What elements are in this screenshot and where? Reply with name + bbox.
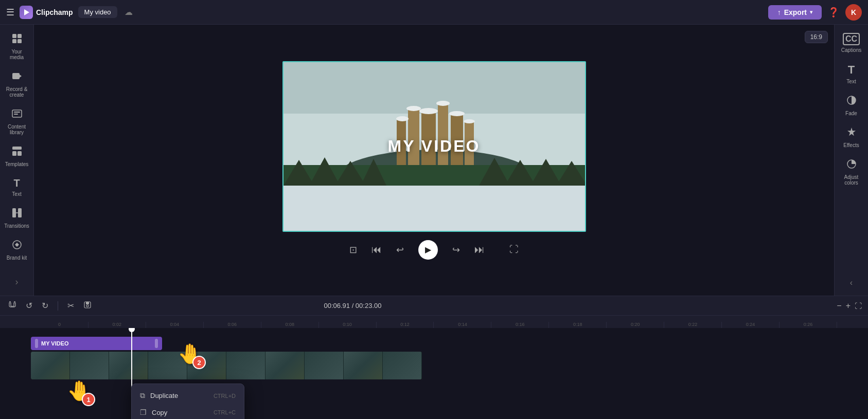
screenshot-icon[interactable]: ⊡: [349, 244, 357, 256]
back5-icon[interactable]: ↩: [396, 244, 404, 256]
transitions-label: Transitions: [4, 223, 29, 229]
zoom-in-icon[interactable]: +: [846, 301, 851, 311]
right-sidebar-item-adjust-colors[interactable]: Adjust colors: [837, 154, 866, 190]
forward5-icon[interactable]: ↪: [452, 244, 460, 256]
video-thumb-6: [226, 352, 265, 379]
timeline-time-display: 00:06.91 / 00:23.00: [324, 302, 381, 309]
ruler-002: 0:02: [88, 322, 146, 328]
redo-icon[interactable]: ↻: [40, 300, 50, 312]
svg-marker-1: [24, 9, 29, 15]
ruler-026: 0:26: [780, 322, 837, 328]
record-create-icon: [11, 70, 23, 84]
ctx-copy-label: Copy: [152, 409, 167, 416]
title-track-clip[interactable]: MY VIDEO: [31, 337, 162, 350]
sidebar-item-your-media[interactable]: Your media: [2, 29, 32, 64]
left-sidebar: Your media Record & create Content libra…: [0, 25, 34, 296]
sidebar-item-transitions[interactable]: Transitions: [2, 203, 32, 233]
ruler-004: 0:04: [146, 322, 204, 328]
svg-rect-3: [17, 34, 22, 38]
transitions-icon: [11, 207, 23, 221]
brand-kit-label: Brand kit: [7, 255, 27, 261]
hamburger-icon[interactable]: ☰: [6, 7, 14, 18]
sidebar-item-text[interactable]: T Text: [2, 173, 32, 201]
skip-fwd-icon[interactable]: ⏭: [474, 244, 485, 256]
sidebar-item-brand-kit[interactable]: Brand kit: [2, 235, 32, 265]
fade-icon: [846, 95, 857, 108]
logo-text: Clipchamp: [36, 8, 73, 16]
topbar: ☰ Clipchamp My video ☁ ↑ Export ▾ ❓ K: [0, 0, 868, 25]
ctx-copy[interactable]: ❐ Copy CTRL+C: [132, 404, 244, 419]
clip-handle-right[interactable]: [155, 339, 158, 348]
svg-rect-34: [284, 186, 585, 231]
avatar[interactable]: K: [845, 4, 862, 21]
templates-label: Templates: [5, 161, 29, 167]
ctx-duplicate[interactable]: ⧉ Duplicate CTRL+D: [132, 387, 244, 404]
captions-label: Captions: [841, 47, 861, 53]
svg-point-41: [86, 305, 88, 307]
export-arrow-icon: ▾: [810, 9, 812, 15]
your-media-icon: [11, 33, 23, 47]
ctx-copy-left: ❐ Copy: [140, 408, 167, 416]
your-media-label: Your media: [4, 49, 30, 60]
video-track-strip[interactable]: [31, 352, 422, 379]
svg-rect-14: [12, 208, 16, 217]
ruler-024: 0:24: [722, 322, 780, 328]
ruler-0: 0: [31, 322, 88, 328]
svg-rect-2: [12, 34, 16, 38]
timeline-body: 0 0:02 0:04 0:06 0:08 0:10 0:12 0:14 0:1…: [0, 316, 868, 419]
cut-icon[interactable]: ✂: [65, 300, 76, 312]
skip-back-icon[interactable]: ⏮: [371, 244, 382, 256]
right-sidebar-item-captions[interactable]: CC Captions: [837, 29, 866, 57]
magnet-tool-icon[interactable]: [6, 300, 19, 312]
sidebar-item-record-create[interactable]: Record & create: [2, 66, 32, 102]
effects-icon: [846, 126, 857, 140]
fade-label: Fade: [845, 111, 857, 116]
video-thumb-2: [70, 352, 109, 379]
ruler-014: 0:14: [434, 322, 491, 328]
video-title-chip[interactable]: My video: [78, 6, 117, 18]
record-create-label: Record & create: [4, 86, 30, 98]
svg-point-32: [464, 119, 475, 123]
svg-rect-4: [12, 39, 16, 43]
help-button[interactable]: ❓: [828, 7, 839, 18]
zoom-out-icon[interactable]: −: [837, 301, 841, 311]
ruler-018: 0:18: [549, 322, 607, 328]
save-frame-icon[interactable]: [81, 300, 94, 312]
export-button[interactable]: ↑ Export ▾: [768, 5, 822, 20]
sidebar-expand-arrow[interactable]: ›: [15, 277, 19, 287]
templates-icon: [11, 145, 23, 159]
ctx-duplicate-label: Duplicate: [150, 392, 178, 399]
right-sidebar-item-effects[interactable]: Effects: [837, 122, 866, 152]
logo-icon: [20, 6, 33, 19]
undo-icon[interactable]: ↺: [24, 300, 34, 312]
clip-handle-left[interactable]: [35, 339, 38, 348]
ctx-duplicate-shortcut: CTRL+D: [214, 393, 236, 399]
ruler-022: 0:22: [664, 322, 722, 328]
fullscreen-icon[interactable]: ⛶: [509, 244, 519, 255]
svg-marker-7: [20, 75, 22, 78]
right-sidebar-collapse-button[interactable]: ‹: [846, 274, 857, 292]
right-sidebar-item-text[interactable]: T Text: [837, 59, 866, 88]
video-track-content: [31, 354, 868, 385]
topbar-right: ↑ Export ▾ ❓ K: [768, 4, 862, 21]
brand-kit-icon: [11, 239, 23, 253]
right-sidebar-item-fade[interactable]: Fade: [837, 90, 866, 120]
svg-point-31: [449, 111, 465, 116]
play-button[interactable]: ▶: [418, 240, 438, 260]
svg-rect-6: [12, 73, 20, 79]
sidebar-item-content-library[interactable]: Content library: [2, 104, 32, 139]
svg-rect-19: [284, 62, 585, 114]
bottom-section: ↺ ↻ ✂ 00:06.91 / 00:23.00 − + ⛶ 0 0:02 0…: [0, 296, 868, 419]
timeline-expand-icon[interactable]: ⛶: [855, 302, 862, 310]
right-text-icon: T: [848, 63, 855, 77]
adjust-colors-icon: [846, 158, 857, 172]
svg-rect-12: [12, 151, 16, 156]
svg-point-27: [396, 116, 409, 121]
aspect-ratio-badge[interactable]: 16:9: [805, 31, 828, 43]
ctx-duplicate-left: ⧉ Duplicate: [140, 391, 178, 400]
ruler-008: 0:08: [261, 322, 319, 328]
sidebar-item-templates[interactable]: Templates: [2, 141, 32, 171]
svg-rect-40: [86, 302, 89, 304]
topbar-left: ☰ Clipchamp My video ☁: [6, 6, 133, 19]
text-icon: T: [13, 177, 20, 189]
